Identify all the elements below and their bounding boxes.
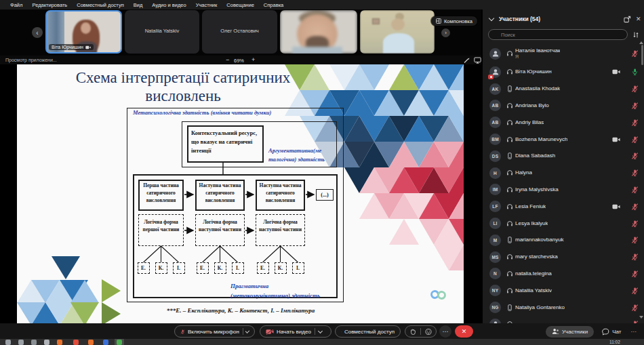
video-tile[interactable]: Олег Остапович <box>202 10 277 54</box>
mic-on-icon <box>631 68 639 76</box>
participants-toggle-button[interactable]: Участники <box>546 326 594 338</box>
popout-icon[interactable] <box>624 16 631 23</box>
participant-row[interactable]: Наталія Іванотчак Я <box>483 43 644 64</box>
participant-row[interactable]: H Halyna <box>483 165 644 182</box>
taskbar-app-icon[interactable] <box>117 340 122 345</box>
zoom-level: 69% <box>234 58 244 64</box>
menu-item[interactable]: Аудио и видео <box>147 2 190 8</box>
participants-icon <box>552 328 559 335</box>
participant-row[interactable]: DS Diana Sabadash <box>483 148 644 165</box>
mic-muted-icon <box>631 50 639 58</box>
start-video-button[interactable]: Начать видео <box>260 325 331 338</box>
chevron-down-icon[interactable] <box>245 329 249 333</box>
taskbar-app-icon[interactable] <box>57 340 62 345</box>
taskbar-app-icon[interactable] <box>88 340 94 345</box>
leaf-box: І. <box>173 262 185 274</box>
emoji-icon[interactable] <box>425 328 432 336</box>
participant-row[interactable]: LI Lesya Ikalyuk <box>483 215 644 232</box>
avatar: M <box>489 235 501 246</box>
participant-row[interactable]: Віта Юрчишин <box>483 64 644 81</box>
avatar: H <box>489 167 501 179</box>
scroll-down-arrow[interactable] <box>639 316 643 319</box>
chevron-down-icon[interactable] <box>318 328 323 333</box>
more-options-button[interactable]: ⋯ <box>439 325 451 338</box>
layout-button[interactable]: Компоновка <box>431 16 477 26</box>
participant-row[interactable]: LF Lesia Feniuk <box>483 198 644 215</box>
headset-icon <box>506 186 513 193</box>
menu-item[interactable]: Участник <box>191 2 222 8</box>
avatar: LF <box>489 201 501 212</box>
participant-row[interactable]: IM Iryna Malyshivska <box>483 182 644 199</box>
participant-row[interactable]: MS mary starchevska <box>483 249 644 266</box>
taskbar-app-icon[interactable] <box>73 340 79 345</box>
unmute-button[interactable]: Включить микрофон <box>174 325 255 338</box>
annotate-pen-icon[interactable] <box>463 57 470 64</box>
participant-row[interactable]: BM Bozhena Marunevych <box>483 131 644 148</box>
participant-row[interactable]: AB Andriana Bylo <box>483 98 644 115</box>
logic-box-1: Логічна форма першої частини <box>138 214 184 246</box>
taskbar-app-icon[interactable] <box>18 340 24 345</box>
share-content-button[interactable]: Совместный доступ <box>335 325 401 338</box>
participant-name: Nataliya Gontarenko <box>515 304 565 311</box>
video-tile[interactable] <box>360 10 435 54</box>
taskbar-app-icon[interactable] <box>103 340 108 345</box>
taskbar-app-icon[interactable] <box>31 340 37 345</box>
participant-name: Nataliia Yatskiv <box>515 287 552 294</box>
participant-row[interactable]: NG Nataliya Gontarenko <box>483 299 644 316</box>
participant-name: natalia.telegina <box>515 270 552 277</box>
menu-item[interactable]: Вид <box>129 2 148 8</box>
participant-name: Iryna Malyshivska <box>515 186 559 193</box>
participant-row[interactable]: AK Anastasiia Khodak <box>483 81 644 98</box>
raise-hand-icon[interactable] <box>409 328 416 336</box>
search-input[interactable] <box>488 29 628 40</box>
participant-name: Anastasiia Khodak <box>515 85 560 92</box>
recording-badge-icon <box>488 75 494 79</box>
participant-name: Diana Sabadash <box>515 153 555 159</box>
participant-row[interactable]: N natalia.telegina <box>483 266 644 283</box>
headset-icon <box>506 68 513 75</box>
sort-icon[interactable] <box>632 31 639 39</box>
menu-item[interactable]: Файл <box>5 2 27 8</box>
headset-icon <box>506 169 513 176</box>
zoom-in-button[interactable]: + <box>251 56 255 63</box>
menu-item[interactable]: Совещание <box>222 2 259 8</box>
mic-muted-icon <box>631 270 639 277</box>
leave-meeting-button[interactable]: ✕ <box>455 325 473 338</box>
taskbar-app-icon[interactable] <box>5 340 11 345</box>
leaf-box: І. <box>292 262 304 274</box>
participant-row[interactable]: AB Andriy Bilas <box>483 114 644 131</box>
monitor-icon[interactable] <box>474 57 481 64</box>
participant-name: Halyna <box>515 169 532 176</box>
headset-icon <box>506 287 513 294</box>
video-tile-active-speaker[interactable]: Віта Юрчишин <box>45 10 122 54</box>
mobile-phone-icon <box>506 153 513 159</box>
participant-subtitle: Я <box>515 54 560 60</box>
scrollbar-thumb[interactable] <box>641 45 643 65</box>
participant-row[interactable] <box>483 316 644 323</box>
chat-button[interactable]: Чат <box>602 328 621 336</box>
avatar: AB <box>489 100 501 111</box>
more-panels-button[interactable]: ⋯ <box>631 329 637 335</box>
video-tile[interactable]: Nataliia Yatskiv <box>125 10 199 54</box>
mic-muted-icon <box>631 287 639 294</box>
argument-ability-label: Аргументативна(ме талогічна) здатність <box>268 146 336 164</box>
menu-item[interactable]: Справка <box>259 2 288 8</box>
menu-item[interactable]: Совместный доступ <box>72 2 128 8</box>
collapse-chevron-icon[interactable] <box>489 15 494 20</box>
filmstrip-next-button[interactable]: › <box>441 28 450 37</box>
close-icon[interactable]: ✕ <box>636 16 641 22</box>
participant-row[interactable]: M mariannakovbanyuk <box>483 232 644 249</box>
mic-muted-icon <box>631 136 639 143</box>
taskbar-app-icon[interactable] <box>44 340 49 345</box>
leaf-box: І. <box>232 262 244 274</box>
mic-muted-icon <box>631 85 639 93</box>
leaf-box: К. <box>155 262 167 274</box>
participants-panel: Участники (54) ✕ <box>483 9 644 323</box>
participant-row[interactable]: NY Nataliia Yatskiv <box>483 282 644 299</box>
taskbar-clock: 11:02 <box>609 340 620 344</box>
filmstrip-prev-button[interactable]: ‹ <box>32 27 43 38</box>
zoom-out-button[interactable]: − <box>226 56 229 63</box>
video-tile[interactable] <box>280 10 357 54</box>
menu-item[interactable]: Редактировать <box>27 2 72 8</box>
scroll-up-arrow[interactable] <box>639 41 643 44</box>
